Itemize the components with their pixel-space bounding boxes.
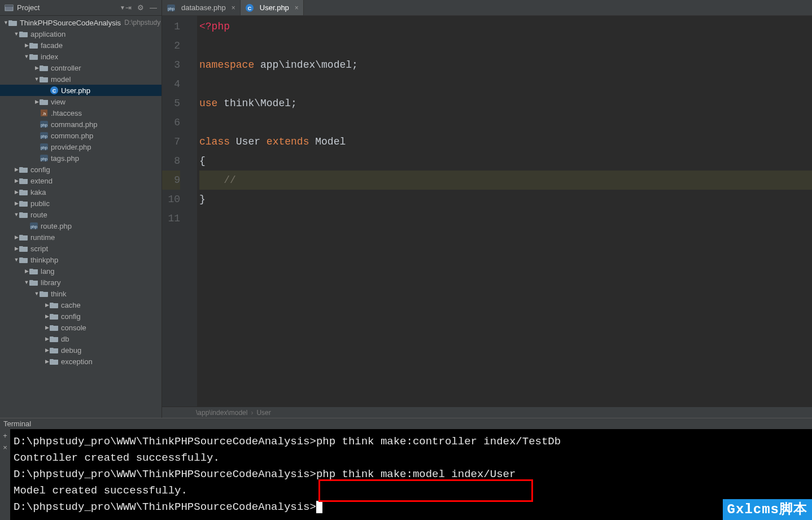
code-line-7[interactable]: class User extends Model xyxy=(199,132,812,151)
terminal-cursor xyxy=(316,501,322,513)
svg-text:php: php xyxy=(30,225,37,229)
tree-item-db[interactable]: ▶db xyxy=(0,333,161,344)
tree-item-console[interactable]: ▶console xyxy=(0,322,161,333)
terminal-header[interactable]: Terminal xyxy=(0,418,812,429)
tree-item-tags-php[interactable]: phptags.php xyxy=(0,152,161,164)
svg-text:.h: .h xyxy=(42,111,46,116)
tree-item-application[interactable]: ▼application xyxy=(0,28,161,40)
project-tree[interactable]: ▼ThinkPHPSourceCodeAnalysisD:\phpstudy▼a… xyxy=(0,16,161,418)
svg-text:php: php xyxy=(168,7,174,11)
code-line-3[interactable]: namespace app\index\model; xyxy=(199,55,812,75)
terminal-highlight-box xyxy=(318,479,533,502)
tree-item-think[interactable]: ▼think xyxy=(0,288,161,299)
tree-item-debug[interactable]: ▶debug xyxy=(0,344,161,356)
tree-item-cache[interactable]: ▶cache xyxy=(0,299,161,311)
svg-text:C: C xyxy=(53,88,56,94)
tree-item-public[interactable]: ▶public xyxy=(0,198,161,209)
svg-text:php: php xyxy=(41,146,47,150)
breadcrumb-path[interactable]: \app\index\model xyxy=(196,409,247,417)
chevron-right-icon: › xyxy=(251,409,253,417)
panel-title: Project xyxy=(17,3,117,12)
code-line-5[interactable]: use think\Model; xyxy=(199,94,812,113)
tree-item-config[interactable]: ▶config xyxy=(0,311,161,322)
tree-item-User-php[interactable]: CUser.php xyxy=(0,85,161,96)
code-line-9[interactable]: // xyxy=(199,171,812,190)
terminal-panel: + × D:\phpstudy_pro\WWW\ThinkPHPSourceCo… xyxy=(0,429,812,520)
svg-text:php: php xyxy=(41,123,47,128)
code-line-10[interactable]: } xyxy=(199,190,812,209)
tree-item-config[interactable]: ▶config xyxy=(0,164,161,175)
watermark: Gxlcms脚本 xyxy=(723,499,812,520)
tree-item-provider-php[interactable]: phpprovider.php xyxy=(0,141,161,152)
tree-item-thinkphp[interactable]: ▼thinkphp xyxy=(0,254,161,265)
svg-rect-1 xyxy=(5,5,13,7)
tree-item-index[interactable]: ▼index xyxy=(0,51,161,62)
terminal-title: Terminal xyxy=(3,420,31,428)
code-line-1[interactable]: <?php xyxy=(199,17,812,36)
code-editor[interactable]: 1234567891011 <?phpnamespace app\index\m… xyxy=(162,16,812,407)
tree-item-script[interactable]: ▶script xyxy=(0,243,161,254)
tree-item-facade[interactable]: ▶facade xyxy=(0,40,161,51)
svg-text:php: php xyxy=(41,134,47,139)
code-line-6[interactable] xyxy=(199,113,812,132)
svg-text:php: php xyxy=(41,157,47,161)
gutter: 1234567891011 xyxy=(162,16,188,407)
project-icon xyxy=(5,3,14,12)
close-terminal-icon[interactable]: × xyxy=(3,443,7,452)
tree-item-lang[interactable]: ▶lang xyxy=(0,265,161,277)
tab-database-php[interactable]: phpdatabase.php× xyxy=(162,0,241,15)
svg-text:C: C xyxy=(248,6,252,11)
code-line-11[interactable] xyxy=(199,209,812,228)
tree-root[interactable]: ▼ThinkPHPSourceCodeAnalysisD:\phpstudy xyxy=(0,17,161,28)
tab-User-php[interactable]: CUser.php× xyxy=(241,0,304,15)
terminal-line: Controller created successfully. xyxy=(14,450,809,466)
file-icon: php xyxy=(167,3,176,12)
tree-item-common-php[interactable]: phpcommon.php xyxy=(0,130,161,141)
tab-label: database.php xyxy=(181,3,226,12)
file-icon: C xyxy=(245,3,254,12)
add-terminal-icon[interactable]: + xyxy=(3,431,7,440)
dropdown-icon[interactable]: ▼ xyxy=(120,5,125,11)
tree-item-kaka[interactable]: ▶kaka xyxy=(0,186,161,198)
tree-item-controller[interactable]: ▶controller xyxy=(0,62,161,73)
terminal-side-toolbar: + × xyxy=(0,429,10,520)
tree-item-exception[interactable]: ▶exception xyxy=(0,356,161,367)
editor-area: phpdatabase.php×CUser.php× 1234567891011… xyxy=(162,0,812,418)
gutter-marks xyxy=(188,16,197,407)
breadcrumb-leaf[interactable]: User xyxy=(256,409,270,417)
tree-item-library[interactable]: ▼library xyxy=(0,277,161,288)
code-content[interactable]: <?phpnamespace app\index\model;use think… xyxy=(197,16,812,407)
code-line-4[interactable] xyxy=(199,75,812,94)
breadcrumb[interactable]: \app\index\model › User xyxy=(162,407,812,418)
project-panel: Project ▼ ⇥ ⚙ — ▼ThinkPHPSourceCodeAnaly… xyxy=(0,0,162,418)
tree-item-runtime[interactable]: ▶runtime xyxy=(0,231,161,243)
tree-item-route[interactable]: ▼route xyxy=(0,209,161,220)
terminal-line: D:\phpstudy_pro\WWW\ThinkPHPSourceCodeAn… xyxy=(14,434,809,450)
tree-item--htaccess[interactable]: .h.htaccess xyxy=(0,107,161,119)
tab-label: User.php xyxy=(260,3,289,12)
tree-item-extend[interactable]: ▶extend xyxy=(0,175,161,186)
editor-tabs[interactable]: phpdatabase.php×CUser.php× xyxy=(162,0,812,16)
code-line-8[interactable]: { xyxy=(199,151,812,171)
gear-icon[interactable]: ⚙ xyxy=(137,3,144,12)
close-icon[interactable]: × xyxy=(232,4,235,12)
minimize-icon[interactable]: — xyxy=(150,3,157,12)
close-icon[interactable]: × xyxy=(295,4,299,12)
project-panel-header[interactable]: Project ▼ ⇥ ⚙ — xyxy=(0,0,161,16)
collapse-icon[interactable]: ⇥ xyxy=(125,3,132,12)
tree-item-command-php[interactable]: phpcommand.php xyxy=(0,119,161,130)
terminal[interactable]: D:\phpstudy_pro\WWW\ThinkPHPSourceCodeAn… xyxy=(10,429,812,520)
tree-item-view[interactable]: ▶view xyxy=(0,96,161,107)
tree-item-model[interactable]: ▼model xyxy=(0,73,161,85)
code-line-2[interactable] xyxy=(199,36,812,55)
tree-item-route-php[interactable]: phproute.php xyxy=(0,220,161,231)
